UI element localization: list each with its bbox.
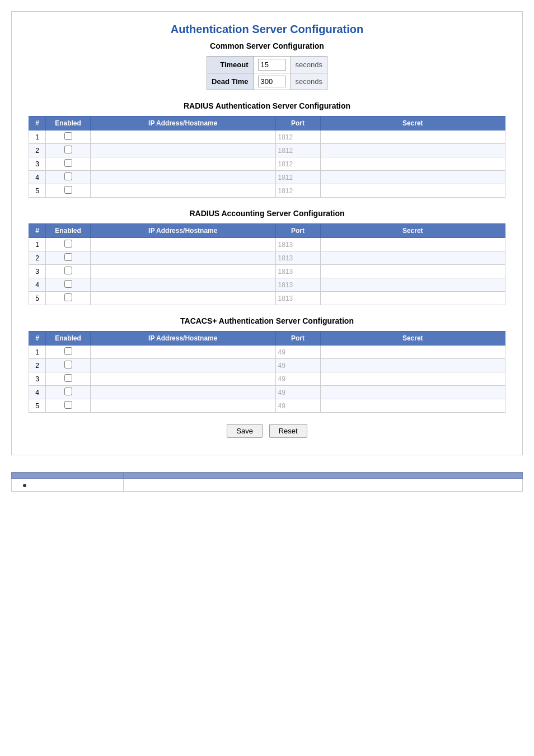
enabled-checkbox[interactable] (64, 361, 72, 368)
secret-input[interactable] (324, 147, 502, 155)
enabled-checkbox[interactable] (64, 401, 72, 409)
col-port-header: Port (275, 116, 320, 130)
secret-input[interactable] (324, 187, 502, 195)
ip-input[interactable] (94, 174, 272, 181)
table-row: 3 (29, 265, 505, 278)
port-cell (275, 144, 320, 157)
secret-input[interactable] (324, 174, 502, 181)
row-number: 1 (29, 346, 46, 359)
secret-input[interactable] (324, 402, 502, 410)
port-input[interactable] (278, 389, 306, 396)
secret-cell (320, 265, 505, 278)
secret-input[interactable] (324, 160, 502, 168)
ip-input[interactable] (94, 389, 272, 396)
secret-cell (320, 359, 505, 372)
enabled-checkbox[interactable] (64, 347, 72, 355)
ip-input[interactable] (94, 133, 272, 141)
enabled-checkbox[interactable] (64, 293, 72, 301)
enabled-checkbox[interactable] (64, 132, 72, 140)
port-input[interactable] (278, 402, 306, 410)
ip-input[interactable] (94, 295, 272, 302)
ip-input[interactable] (94, 348, 272, 356)
port-input[interactable] (278, 375, 306, 383)
enabled-cell (46, 144, 91, 157)
secret-input[interactable] (324, 254, 502, 262)
row-number: 3 (29, 157, 46, 171)
enabled-checkbox[interactable] (64, 253, 72, 261)
port-input[interactable] (278, 362, 306, 370)
secret-input[interactable] (324, 375, 502, 383)
port-input[interactable] (278, 241, 306, 249)
table-row: 5 (29, 292, 505, 305)
port-input[interactable] (278, 147, 306, 155)
table-row: 1 (29, 346, 505, 359)
table-row: 2 (29, 144, 505, 157)
port-input[interactable] (278, 254, 306, 262)
common-config-table: Timeout seconds Dead Time seconds (207, 56, 327, 90)
ip-input[interactable] (94, 375, 272, 383)
enabled-checkbox[interactable] (64, 172, 72, 180)
timeout-unit: seconds (291, 57, 327, 73)
port-cell (275, 251, 320, 265)
port-input[interactable] (278, 160, 306, 168)
secret-input[interactable] (324, 133, 502, 141)
radius-auth-table: # Enabled IP Address/Hostname Port Secre… (29, 116, 505, 198)
reset-button[interactable]: Reset (269, 424, 307, 438)
secret-input[interactable] (324, 281, 502, 289)
secret-cell (320, 184, 505, 198)
enabled-checkbox[interactable] (64, 280, 72, 288)
col-ip-header: IP Address/Hostname (91, 116, 276, 130)
enabled-checkbox[interactable] (64, 240, 72, 248)
port-cell (275, 372, 320, 386)
enabled-checkbox[interactable] (64, 267, 72, 274)
ip-input[interactable] (94, 147, 272, 155)
ip-cell (91, 278, 276, 292)
secret-cell (320, 251, 505, 265)
secret-input[interactable] (324, 362, 502, 370)
port-input[interactable] (278, 295, 306, 302)
ip-input[interactable] (94, 402, 272, 410)
timeout-input[interactable] (258, 59, 286, 71)
ip-cell (91, 292, 276, 305)
port-input[interactable] (278, 348, 306, 356)
ip-input[interactable] (94, 187, 272, 195)
ip-input[interactable] (94, 241, 272, 249)
port-input[interactable] (278, 268, 306, 276)
port-input[interactable] (278, 281, 306, 289)
enabled-cell (46, 278, 91, 292)
table-row: 3 (29, 157, 505, 171)
port-cell (275, 238, 320, 251)
ip-input[interactable] (94, 254, 272, 262)
enabled-checkbox[interactable] (64, 374, 72, 382)
enabled-checkbox[interactable] (64, 159, 72, 167)
port-input[interactable] (278, 174, 306, 181)
enabled-checkbox[interactable] (64, 186, 72, 194)
secret-input[interactable] (324, 389, 502, 396)
save-button[interactable]: Save (227, 424, 263, 438)
bottom-col1-header (12, 473, 124, 479)
port-input[interactable] (278, 187, 306, 195)
table-row: 2 (29, 359, 505, 372)
port-input[interactable] (278, 133, 306, 141)
col-port-header: Port (275, 224, 320, 238)
enabled-checkbox[interactable] (64, 388, 72, 395)
secret-input[interactable] (324, 295, 502, 302)
ip-input[interactable] (94, 362, 272, 370)
ip-cell (91, 144, 276, 157)
secret-input[interactable] (324, 241, 502, 249)
ip-input[interactable] (94, 160, 272, 168)
secret-input[interactable] (324, 268, 502, 276)
enabled-cell (46, 157, 91, 171)
enabled-cell (46, 184, 91, 198)
secret-input[interactable] (324, 348, 502, 356)
enabled-cell (46, 372, 91, 386)
table-row: 4 (29, 171, 505, 184)
deadtime-input[interactable] (258, 76, 286, 87)
ip-input[interactable] (94, 281, 272, 289)
col-enabled-header: Enabled (46, 332, 91, 346)
row-number: 1 (29, 130, 46, 144)
port-cell (275, 278, 320, 292)
port-cell (275, 399, 320, 413)
ip-input[interactable] (94, 268, 272, 276)
enabled-checkbox[interactable] (64, 146, 72, 153)
